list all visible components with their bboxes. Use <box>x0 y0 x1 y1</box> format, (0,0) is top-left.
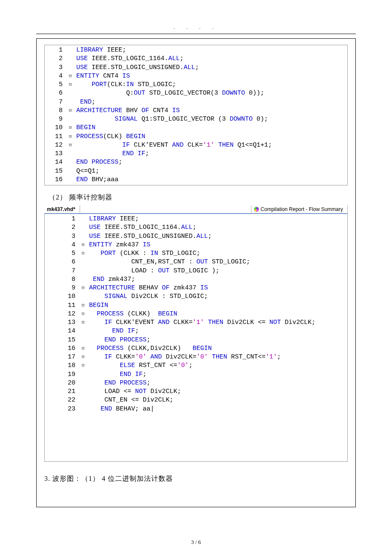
code-line: 16⊟ PROCESS (CLKK,Div2CLK) BEGIN <box>58 344 347 353</box>
code-text: END IF; <box>86 370 147 379</box>
section-2-label: （2） 频率计控制器 <box>49 193 348 202</box>
code-line: 9 SIGNAL Q1:STD_LOGIC_VECTOR (3 DOWNTO 0… <box>45 115 347 124</box>
code-line: 6 CNT_EN,RST_CNT : OUT STD_LOGIC; <box>58 258 347 266</box>
line-number: 13 <box>58 318 80 327</box>
code-text: USE IEEE.STD_LOGIC_1164.ALL; <box>74 55 184 63</box>
fold-marker-icon[interactable]: ⊟ <box>80 310 86 318</box>
code-line: 2USE IEEE.STD_LOGIC_1164.ALL; <box>45 55 347 63</box>
fold-marker-icon[interactable]: ⊟ <box>80 301 86 310</box>
code-line: 1LIBRARY IEEE; <box>45 46 347 55</box>
fold-marker-icon[interactable]: ⊟ <box>67 72 74 81</box>
editor-tab-bar: mk437.vhd* Compilation Report - Flow Sum… <box>44 205 348 214</box>
code-text: END PROCESS; <box>74 158 122 167</box>
code-block-1: 1LIBRARY IEEE;2USE IEEE.STD_LOGIC_1164.A… <box>44 45 348 185</box>
line-number: 12 <box>58 310 80 318</box>
fold-marker-icon[interactable]: ⊟ <box>67 141 74 150</box>
fold-marker-icon[interactable]: ⊟ <box>80 241 86 249</box>
line-number: 15 <box>58 336 80 344</box>
code-text: END IF; <box>74 150 149 158</box>
code-text: ARCHITECTURE BHV OF CNT4 IS <box>74 107 180 115</box>
tab-compilation-report[interactable]: Compilation Report - Flow Summary <box>251 205 348 213</box>
line-number: 15 <box>45 167 67 176</box>
code-line: 21 LOAD <= NOT Div2CLK; <box>58 387 347 396</box>
code-text: ARCHITECTURE BEHAV OF zmk437 IS <box>86 284 208 292</box>
code-line: 22 CNT_EN <= Div2CLK; <box>58 396 347 405</box>
code-line: 7 LOAD : OUT STD_LOGIC ); <box>58 267 347 275</box>
code-text: LOAD : OUT STD_LOGIC ); <box>86 267 219 275</box>
code-line: 13 END IF; <box>45 150 347 158</box>
line-number: 4 <box>58 241 80 249</box>
code-text: CNT_EN <= Div2CLK; <box>86 396 173 405</box>
line-number: 4 <box>45 72 67 81</box>
code-line: 17⊟ IF CLKK='0' AND Div2CLK='0' THEN RST… <box>58 353 347 361</box>
code-text: LIBRARY IEEE; <box>86 215 139 223</box>
fold-marker-icon[interactable]: ⊟ <box>80 284 86 292</box>
code-text: PORT(CLK:IN STD_LOGIC; <box>74 81 176 89</box>
code-line: 2USE IEEE.STD_LOGIC_1164.ALL; <box>58 223 347 232</box>
line-number: 6 <box>58 258 80 266</box>
fold-marker-icon[interactable]: ⊟ <box>80 318 86 327</box>
line-number: 7 <box>58 267 80 275</box>
line-number: 18 <box>58 361 80 370</box>
code-line: 20 END PROCESS; <box>58 379 347 387</box>
fold-marker-icon[interactable]: ⊟ <box>80 353 86 361</box>
line-number: 19 <box>58 370 80 379</box>
tab-mk437[interactable]: mk437.vhd* <box>44 205 80 213</box>
code-line: 4⊟ENTITY zmk437 IS <box>58 241 347 249</box>
fold-marker-icon[interactable]: ⊟ <box>67 107 74 115</box>
code-text: LOAD <= NOT Div2CLK; <box>86 387 181 396</box>
code-text: END; <box>74 98 95 107</box>
code-line: 12⊟ PROCESS (CLKK) BEGIN <box>58 310 347 318</box>
line-number: 8 <box>58 275 80 284</box>
line-number: 1 <box>45 46 67 55</box>
code-line: 13⊟ IF CLKK'EVENT AND CLKK='1' THEN Div2… <box>58 318 347 327</box>
code-line: 19 END IF; <box>58 370 347 379</box>
code-line: 1LIBRARY IEEE; <box>58 215 347 223</box>
fold-marker-icon[interactable]: ⊟ <box>67 133 74 141</box>
line-number: 6 <box>45 89 67 98</box>
code-line: 3USE IEEE.STD_LOGIC_UNSIGNED.ALL; <box>45 64 347 72</box>
line-number: 2 <box>58 223 80 232</box>
code-text: IF CLKK='0' AND Div2CLK='0' THEN RST_CNT… <box>86 353 281 361</box>
line-number: 10 <box>45 124 67 132</box>
code-text: CNT_EN,RST_CNT : OUT STD_LOGIC; <box>86 258 250 266</box>
content-box: 1LIBRARY IEEE;2USE IEEE.STD_LOGIC_1164.A… <box>36 38 356 507</box>
code-line: 18⊟ ELSE RST_CNT <='0'; <box>58 361 347 370</box>
code-text: PROCESS(CLK) BEGIN <box>74 133 145 141</box>
line-number: 3 <box>58 232 80 241</box>
line-number: 1 <box>58 215 80 223</box>
line-number: 22 <box>58 396 80 405</box>
code-body-1: 1LIBRARY IEEE;2USE IEEE.STD_LOGIC_1164.A… <box>45 45 347 185</box>
line-number: 2 <box>45 55 67 63</box>
code-text: SIGNAL Div2CLK : STD_LOGIC; <box>86 292 208 301</box>
code-line: 11⊟BEGIN <box>58 301 347 310</box>
fold-marker-icon[interactable]: ⊟ <box>80 361 86 370</box>
code-line: 11⊟PROCESS(CLK) BEGIN <box>45 133 347 141</box>
fold-marker-icon[interactable]: ⊟ <box>80 249 86 258</box>
code-line: 15 END PROCESS; <box>58 336 347 344</box>
code-text: PROCESS (CLKK,Div2CLK) BEGIN <box>86 344 212 353</box>
line-number: 23 <box>58 405 80 413</box>
fold-marker-icon[interactable]: ⊟ <box>67 124 74 132</box>
code-body-2: 1LIBRARY IEEE;2USE IEEE.STD_LOGIC_1164.A… <box>45 214 347 414</box>
code-line: 12⊟ IF CLK'EVENT AND CLK='1' THEN Q1<=Q1… <box>45 141 347 150</box>
line-number: 3 <box>45 64 67 72</box>
fold-marker-icon[interactable]: ⊟ <box>67 81 74 89</box>
code-text: END BEHAV; aa| <box>86 405 154 413</box>
code-text: BEGIN <box>74 124 95 132</box>
code-text: END PROCESS; <box>86 336 150 344</box>
line-number: 16 <box>58 344 80 353</box>
code-line: 7 END; <box>45 98 347 107</box>
line-number: 5 <box>58 249 80 258</box>
code-line: 5⊟ PORT (CLKK : IN STD_LOGIC; <box>58 249 347 258</box>
code-text: USE IEEE.STD_LOGIC_1164.ALL; <box>86 223 196 232</box>
code-line: 9⊟ARCHITECTURE BEHAV OF zmk437 IS <box>58 284 347 292</box>
line-number: 17 <box>58 353 80 361</box>
code-text: ENTITY zmk437 IS <box>86 241 150 249</box>
line-number: 16 <box>45 176 67 184</box>
line-number: 14 <box>58 327 80 335</box>
code-text: ELSE RST_CNT <='0'; <box>86 361 193 370</box>
code-line: 10⊟BEGIN <box>45 124 347 132</box>
fold-marker-icon[interactable]: ⊟ <box>80 344 86 353</box>
tab-label: Compilation Report - Flow Summary <box>261 206 343 212</box>
